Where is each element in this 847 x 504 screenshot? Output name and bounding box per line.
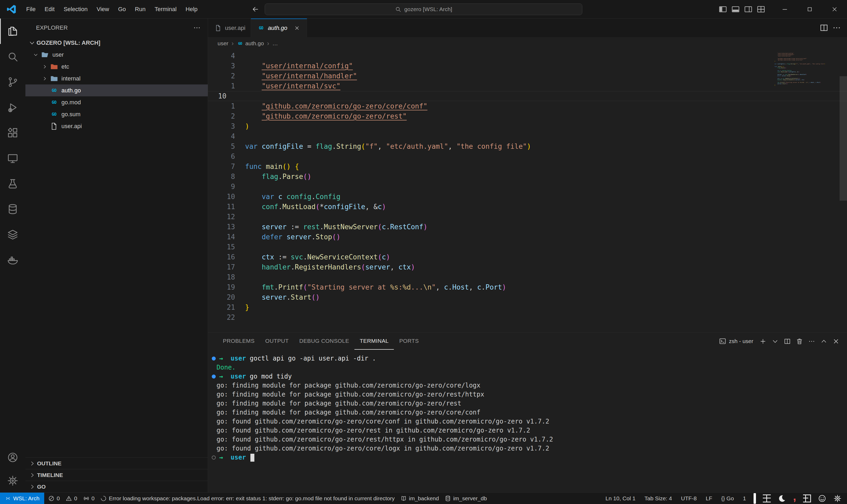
tree-item-internal[interactable]: internal [25, 73, 208, 85]
menu-terminal[interactable]: Terminal [150, 0, 181, 19]
ime-simplified-icon[interactable] [803, 494, 811, 502]
code-text[interactable]: "github.com/zeromicro/go-zero/core/conf" [245, 101, 847, 111]
close-icon[interactable] [830, 336, 842, 347]
status-notifications-count[interactable]: 1 [738, 492, 751, 504]
menu-selection[interactable]: Selection [59, 0, 92, 19]
status-eol[interactable]: LF [701, 492, 717, 504]
code-text[interactable] [245, 312, 847, 322]
code-text[interactable] [245, 212, 847, 222]
more-actions-icon[interactable] [193, 24, 201, 32]
ime-english-icon[interactable] [763, 494, 771, 502]
tree-item-go.mod[interactable]: GOgo.mod [25, 96, 208, 108]
status-errors[interactable]: 0 [45, 492, 63, 504]
panel-tab-debug-console[interactable]: DEBUG CONSOLE [294, 333, 355, 350]
section-outline[interactable]: OUTLINE [25, 457, 208, 469]
breadcrumb-item[interactable]: user [218, 40, 229, 47]
code-text[interactable]: conf.MustLoad(*configFile, &c) [245, 202, 847, 212]
panel-tab-ports[interactable]: PORTS [394, 333, 424, 350]
section-go[interactable]: GO [25, 481, 208, 492]
ime-punctuation-icon[interactable]: , [793, 494, 796, 499]
activitybar-accounts[interactable] [0, 446, 25, 469]
code-text[interactable]: "user/internal/config" [245, 61, 847, 71]
activitybar-settings[interactable] [0, 469, 25, 492]
code-text[interactable]: defer server.Stop() [245, 232, 847, 242]
status-im-backend[interactable]: im_backend [398, 492, 442, 504]
code-text[interactable] [245, 51, 847, 61]
ime-smiley-icon[interactable] [818, 494, 826, 503]
menu-help[interactable]: Help [181, 0, 202, 19]
editor-more-actions-icon[interactable] [832, 23, 841, 32]
panel-tab-output[interactable]: OUTPUT [260, 333, 294, 350]
minimize-button[interactable] [772, 0, 797, 19]
breadcrumb-item[interactable]: GOauth.go [237, 40, 264, 47]
ime-moon-icon[interactable] [778, 494, 786, 503]
panel-tab-terminal[interactable]: TERMINAL [355, 333, 394, 350]
tree-item-etc[interactable]: etc [25, 60, 208, 73]
activitybar-remote-explorer[interactable] [0, 146, 25, 171]
code-text[interactable]: var c config.Config [245, 192, 847, 202]
activitybar-layers[interactable] [0, 222, 25, 247]
activitybar-extensions[interactable] [0, 120, 25, 146]
menu-go[interactable]: Go [113, 0, 130, 19]
close-icon[interactable] [292, 23, 302, 33]
workspace-section-header[interactable]: GOZERO [WSL: ARCH] [25, 37, 208, 49]
command-center[interactable]: gozero [WSL: Arch] [265, 3, 582, 15]
toggle-sidebar-icon[interactable] [718, 5, 727, 14]
trash-icon[interactable] [794, 336, 805, 347]
code-text[interactable]: server.Start() [245, 292, 847, 302]
menu-file[interactable]: File [22, 0, 40, 19]
activitybar-docker[interactable] [0, 247, 25, 273]
tree-item-auth.go[interactable]: GOauth.go [25, 85, 208, 96]
minimap[interactable]: "user/internal/config" "user/internal/ha… [774, 51, 835, 87]
tree-item-user[interactable]: user [25, 49, 208, 60]
code-text[interactable]: ) [245, 121, 847, 131]
status-warnings[interactable]: 0 [63, 492, 80, 504]
terminal-profile[interactable]: zsh - user [719, 338, 753, 345]
vscode-logo-icon[interactable] [6, 4, 17, 15]
terminal-output[interactable]: → user goctl api go -api user.api -dir .… [208, 350, 847, 492]
code-text[interactable]: server := rest.MustNewServer(c.RestConf) [245, 222, 847, 232]
menu-edit[interactable]: Edit [40, 0, 59, 19]
back-arrow-icon[interactable] [251, 5, 259, 13]
status-remote[interactable]: WSL: Arch [0, 492, 44, 504]
code-text[interactable] [245, 91, 847, 101]
code-text[interactable] [245, 272, 847, 282]
chevron-up-icon[interactable] [818, 336, 830, 347]
code-text[interactable]: func main() { [245, 161, 847, 172]
code-text[interactable]: } [245, 302, 847, 312]
toggle-secondary-sidebar-icon[interactable] [744, 5, 753, 14]
more-icon[interactable] [806, 336, 817, 347]
code-text[interactable] [245, 131, 847, 141]
code-text[interactable]: var configFile = flag.String("f", "etc/a… [245, 141, 847, 151]
status-im-server-db[interactable]: im_server_db [442, 492, 490, 504]
tree-item-user.api[interactable]: user.api [25, 120, 208, 132]
ime-settings-icon[interactable] [833, 494, 842, 503]
split-editor-icon[interactable] [819, 23, 828, 32]
code-text[interactable]: ctx := svc.NewServiceContext(c) [245, 252, 847, 262]
code-text[interactable]: handler.RegisterHandlers(server, ctx) [245, 262, 847, 272]
panel-tab-problems[interactable]: PROBLEMS [218, 333, 260, 350]
status-encoding[interactable]: UTF-8 [677, 492, 701, 504]
status-indentation[interactable]: Tab Size: 4 [640, 492, 677, 504]
code-text[interactable]: "user/internal/handler" [245, 71, 847, 81]
tab-user.api[interactable]: user.api [208, 19, 251, 37]
editor[interactable]: 43 "user/internal/config"2 "user/interna… [208, 50, 847, 332]
activitybar-explorer[interactable] [0, 19, 25, 44]
status-language-mode[interactable]: {} Go [717, 492, 738, 504]
menu-run[interactable]: Run [130, 0, 150, 19]
activitybar-source-control[interactable] [0, 69, 25, 95]
breadcrumb-item[interactable]: … [272, 40, 278, 47]
toggle-panel-icon[interactable] [731, 5, 740, 14]
customize-layout-icon[interactable] [756, 5, 765, 14]
status-workspace-load-error[interactable]: Error loading workspace: packages.Load e… [97, 492, 398, 504]
tree-item-go.sum[interactable]: GOgo.sum [25, 108, 208, 120]
editor-scrollbar[interactable] [840, 76, 847, 201]
add-icon[interactable] [757, 336, 769, 347]
activitybar-testing[interactable] [0, 171, 25, 196]
split-editor-icon[interactable] [781, 336, 793, 347]
activitybar-search[interactable] [0, 44, 25, 69]
chevron-down-icon[interactable] [769, 336, 781, 347]
status-ports[interactable]: 0 [80, 492, 98, 504]
close-button[interactable] [822, 0, 847, 19]
code-text[interactable]: "github.com/zeromicro/go-zero/rest" [245, 111, 847, 121]
